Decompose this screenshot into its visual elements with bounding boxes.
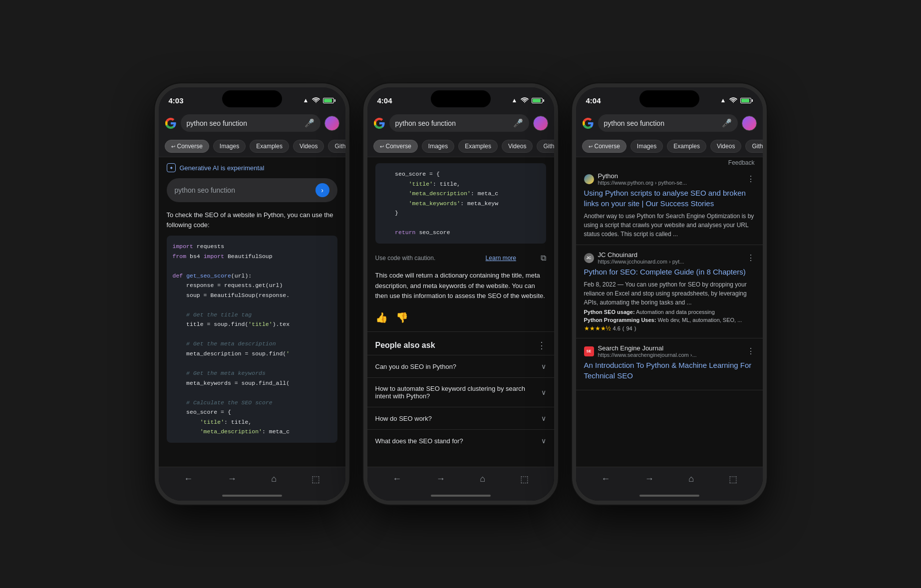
result-site-info-2: JC JC Chouinard https://www.jcchouinard.… [584,251,684,265]
dynamic-island [222,90,282,107]
site-url-1: https://www.python.org › python-se... [598,180,687,186]
search-bar-3[interactable]: python seo function 🎤 [598,114,738,132]
tab-videos[interactable]: Videos [293,140,324,153]
tab-github-3[interactable]: Github [745,140,762,153]
home-button-3[interactable]: ⌂ [684,470,698,488]
wifi-icon-3 [729,97,737,104]
code-line: # Get the title tag [173,310,331,320]
result-item-1[interactable]: Python https://www.python.org › python-s… [576,166,763,245]
user-avatar-3[interactable] [742,116,757,131]
three-dot-menu-1[interactable]: ⋮ [747,174,755,184]
tab-examples-2[interactable]: Examples [458,140,498,153]
signal-icon-3: ▲ [720,97,726,104]
svg-point-0 [315,102,316,103]
send-button[interactable]: › [315,183,329,197]
home-button-2[interactable]: ⌂ [476,470,489,488]
status-icons-2: ▲ [512,97,544,104]
site-details-1: Python https://www.python.org › python-s… [598,172,687,186]
tab-images-2[interactable]: Images [422,140,454,153]
faq-item-3[interactable]: How do SEO work? ∨ [367,407,554,429]
tabs-button[interactable]: ⬚ [307,470,324,489]
converse-icon-2: ↩ [380,144,384,149]
code-block-1: import requests from bs4 import Beautifu… [167,236,337,443]
tab-images-3[interactable]: Images [630,140,663,153]
tab-examples-3[interactable]: Examples [667,140,706,153]
result-meta-label-1: Python SEO usage: Automation and data pr… [584,309,755,315]
mic-icon-3[interactable]: 🎤 [722,118,732,128]
mic-icon[interactable]: 🎤 [305,118,314,128]
result-title-1[interactable]: Using Python scripts to analyse SEO and … [584,188,755,209]
star-rating: ★★★★½ [584,325,611,332]
more-options-icon[interactable]: ⋮ [537,340,546,351]
forward-button[interactable]: → [224,470,241,488]
main-content-3: Feedback Python https://www.python.org ›… [576,157,763,467]
tab-examples-label: Examples [256,143,283,150]
result-title-2[interactable]: Python for SEO: Complete Guide (in 8 Cha… [584,267,755,277]
search-bar-2[interactable]: python seo function 🎤 [389,114,529,132]
mic-icon-2[interactable]: 🎤 [513,118,523,128]
forward-button-3[interactable]: → [641,470,658,488]
tab-converse-label: Converse [177,143,203,150]
people-also-ask-header: People also ask ⋮ [367,331,554,355]
three-dot-menu-2[interactable]: ⋮ [747,253,755,263]
code-line: seo_score = { [381,169,540,179]
filter-tabs-3: ↩ Converse Images Examples Videos Github [576,137,763,157]
home-button[interactable]: ⌂ [267,470,281,488]
tab-converse-label-2: Converse [386,143,411,150]
battery-icon-2 [532,98,544,103]
svg-point-2 [733,102,734,103]
bottom-nav-3: ← → ⌂ ⬚ [576,467,763,491]
result-item-2[interactable]: JC JC Chouinard https://www.jcchouinard.… [576,245,763,338]
code-line [173,261,331,271]
converse-icon-3: ↩ [589,144,593,149]
user-avatar[interactable] [324,116,339,131]
tab-converse-3[interactable]: ↩ Converse [582,140,626,153]
tab-github[interactable]: Github [328,140,345,153]
tab-examples[interactable]: Examples [250,140,289,153]
tab-github-label-3: Github [752,143,762,150]
back-button-3[interactable]: ← [597,470,614,488]
thumbs-down-button[interactable]: 👎 [396,311,408,323]
phone-2: 4:04 ▲ [363,83,558,505]
code-line [381,218,540,228]
site-details-3: Search Engine Journal https://www.search… [598,344,697,358]
code-line: soup = BeautifulSoup(response. [173,291,331,300]
converse-input-text: python seo function [175,186,235,194]
tab-images[interactable]: Images [213,140,246,153]
tabs-button-2[interactable]: ⬚ [516,470,533,489]
search-bar[interactable]: python seo function 🎤 [181,114,320,132]
three-dot-menu-3[interactable]: ⋮ [747,346,755,356]
tab-github-2[interactable]: Github [537,140,554,153]
learn-more-link[interactable]: Learn more [486,255,516,262]
reaction-row: 👍 👎 [367,307,554,331]
back-button[interactable]: ← [180,470,197,488]
search-header-2: python seo function 🎤 [367,109,554,137]
code-line: meta_description = soup.find(' [173,349,331,359]
status-icons: ▲ [303,97,335,104]
dynamic-island-2 [431,90,491,107]
result-site-info-1: Python https://www.python.org › python-s… [584,172,687,186]
tab-videos-3[interactable]: Videos [710,140,741,153]
tab-converse-2[interactable]: ↩ Converse [373,140,418,153]
forward-button-2[interactable]: → [432,470,449,488]
converse-input[interactable]: python seo function › [167,178,337,202]
converse-icon: ↩ [171,144,175,149]
code-line [173,388,331,398]
tab-videos-2[interactable]: Videos [502,140,533,153]
faq-item-4[interactable]: What does the SEO stand for? ∨ [367,429,554,452]
copy-icon[interactable]: ⧉ [541,254,546,263]
tabs-button-3[interactable]: ⬚ [725,470,741,489]
back-button-2[interactable]: ← [388,470,405,488]
result-title-3[interactable]: An Introduction To Python & Machine Lear… [584,360,755,381]
faq-item-2[interactable]: How to automate SEO keyword clustering b… [367,377,554,407]
tab-converse[interactable]: ↩ Converse [165,140,209,153]
result-site-row-3: SE Search Engine Journal https://www.sea… [584,344,755,358]
user-avatar-2[interactable] [533,116,548,131]
faq-item-1[interactable]: Can you do SEO in Python? ∨ [367,355,554,377]
feedback-label: Feedback [576,157,763,166]
answer-text: To check the SEO of a website in Python,… [159,208,345,236]
home-bar [222,495,282,497]
result-item-3[interactable]: SE Search Engine Journal https://www.sea… [576,338,763,390]
tab-images-label-2: Images [428,143,448,150]
thumbs-up-button[interactable]: 👍 [375,311,388,323]
